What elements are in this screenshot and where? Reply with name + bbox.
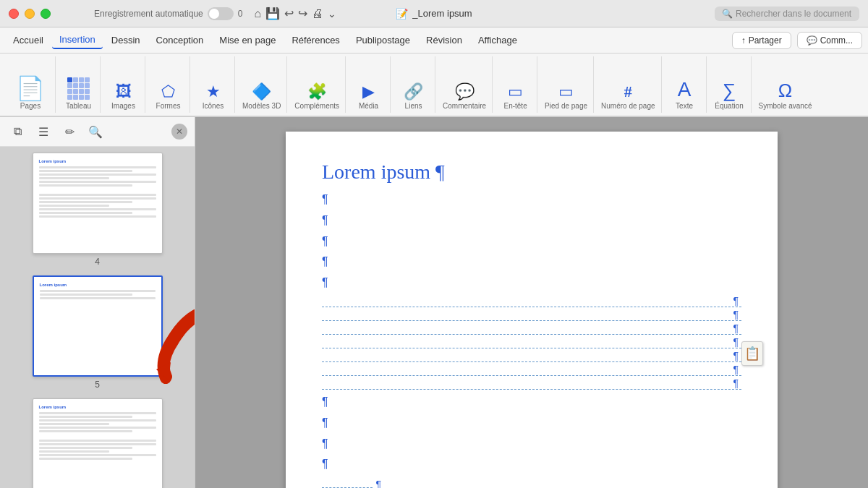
thumb-line (40, 294, 132, 296)
thumb-line (39, 450, 109, 453)
menu-dessin[interactable]: Dessin (104, 32, 148, 48)
page-thumb-6[interactable]: Lorem ipsum (33, 398, 163, 488)
list-tool-button[interactable]: ☰ (33, 121, 54, 142)
ribbon: 📄 Pages (0, 53, 868, 117)
minimize-button[interactable] (25, 9, 35, 19)
complements-button[interactable]: 🧩 (302, 82, 331, 102)
document-title: _Lorem ipsum (412, 8, 472, 19)
icones-button[interactable]: ★ (199, 82, 228, 102)
menu-affichage[interactable]: Affichage (471, 32, 524, 48)
menu-publipostage[interactable]: Publipostage (349, 32, 417, 48)
thumb-line (39, 454, 156, 456)
media-button[interactable]: ▶ (354, 82, 383, 102)
commentaire-button[interactable]: 💬 (450, 82, 479, 102)
equation-label: Équation (715, 102, 743, 111)
thumb-line (39, 215, 156, 218)
para-mark-8: ¶ (322, 434, 741, 455)
formes-button[interactable]: ⬠ (154, 82, 183, 102)
texte-icons: A (670, 58, 699, 102)
menu-insertion[interactable]: Insertion (52, 31, 103, 49)
thumb-line (39, 166, 156, 168)
numero-button[interactable]: # (613, 82, 642, 102)
comm-button[interactable]: 💬 Comm... (797, 32, 862, 49)
menu-revision[interactable]: Révision (419, 32, 469, 48)
menu-mise-en-page[interactable]: Mise en page (212, 32, 283, 48)
pied-button[interactable]: ▭ (552, 82, 581, 102)
dotted-line-6: ¶ (322, 364, 741, 376)
fullscreen-button[interactable] (41, 9, 51, 19)
thumb-line (39, 423, 109, 425)
thumb-title-6: Lorem ipsum (39, 405, 156, 409)
thumb-line (40, 297, 156, 299)
liens-icon: 🔗 (404, 84, 423, 100)
page-thumb-container-4: Lorem ipsum 4 (6, 153, 189, 267)
equation-button[interactable]: ∑ (715, 79, 744, 102)
liens-button[interactable]: 🔗 (399, 82, 428, 102)
symbole-button[interactable]: Ω (771, 79, 800, 102)
ribbon-group-numero: # Numéro de page (595, 56, 662, 113)
thumb-line (39, 170, 133, 172)
pages-icon: 📄 (16, 77, 45, 100)
menu-conception[interactable]: Conception (149, 32, 211, 48)
thumb-line (39, 212, 133, 214)
undo-icon[interactable]: ↩ (284, 7, 294, 20)
end-pilcrow: ¶ (733, 322, 739, 334)
share-button[interactable]: ↑ Partager (732, 32, 791, 49)
formes-icons: ⬠ (154, 58, 183, 102)
edit-tool-button[interactable]: ✏ (59, 121, 80, 142)
title-pilcrow: ¶ (435, 160, 445, 183)
para-mark-9: ¶ (322, 454, 741, 475)
print-icon[interactable]: 🖨 (312, 7, 323, 20)
images-icons: 🖼 (109, 58, 138, 102)
save-icon[interactable]: 💾 (265, 7, 280, 20)
modeles3d-icons: 🔷 (247, 58, 276, 102)
home-icon[interactable]: ⌂ (254, 7, 261, 20)
ribbon-group-pages: 📄 Pages (6, 56, 56, 113)
liens-label: Liens (405, 102, 422, 111)
page-thumb-4[interactable]: Lorem ipsum (33, 153, 163, 254)
thumb-line (39, 440, 156, 442)
pied-icons: ▭ (552, 58, 581, 102)
liens-icons: 🔗 (399, 58, 428, 102)
search-tool-button[interactable]: 🔍 (85, 121, 106, 142)
pied-icon: ▭ (558, 84, 574, 100)
sidebar-close-button[interactable]: ✕ (171, 124, 187, 140)
tableau-button[interactable] (63, 72, 94, 102)
page-thumb-container-5: Lorem ipsum (6, 275, 189, 390)
copy-tool-button[interactable]: ⧉ (7, 121, 27, 142)
redo-icon[interactable]: ↪ (298, 7, 307, 20)
autosave-toggle[interactable] (208, 7, 234, 20)
icones-label: Icônes (203, 102, 224, 111)
ribbon-group-liens: 🔗 Liens (392, 56, 435, 113)
menu-references[interactable]: Références (284, 32, 346, 48)
ribbon-group-texte: A Texte (663, 56, 707, 113)
search-bar[interactable]: 🔍 Rechercher dans le document (715, 7, 859, 21)
ribbon-group-entete: ▭ En-tête (494, 56, 537, 113)
comment-icon: 💬 (807, 35, 817, 46)
para-mark-3: ¶ (322, 231, 741, 252)
more-icon[interactable]: ⌄ (328, 8, 336, 20)
page-thumb-5[interactable]: Lorem ipsum (33, 275, 163, 377)
modeles3d-button[interactable]: 🔷 (247, 82, 276, 102)
page-number-5: 5 (95, 380, 100, 390)
menu-accueil[interactable]: Accueil (6, 32, 51, 48)
pages-button[interactable]: 📄 (12, 74, 49, 102)
media-icons: ▶ (354, 58, 383, 102)
commentaire-icon: 💬 (455, 84, 475, 100)
paste-icon[interactable]: 📋 (741, 341, 763, 366)
tableau-icon (67, 77, 90, 100)
para-mark-1: ¶ (322, 189, 741, 210)
short-dotted-pilcrow: ¶ (375, 479, 381, 488)
doc-page: Lorem ipsum ¶ ¶ ¶ ¶ ¶ ¶ ¶ ¶ ¶ ¶ ¶ ¶ ¶ 📋 … (286, 132, 778, 488)
close-button[interactable] (9, 9, 19, 19)
ribbon-group-symbole: Ω Symbole avancé (753, 56, 818, 113)
modeles3d-icon: 🔷 (252, 84, 271, 100)
entete-button[interactable]: ▭ (501, 82, 530, 102)
page-thumb-container-6: Lorem ipsum 6 (6, 398, 189, 488)
para-mark-5: ¶ (322, 273, 741, 294)
texte-button[interactable]: A (670, 77, 699, 102)
sidebar-pages: Lorem ipsum 4 (0, 147, 195, 488)
comm-label: Comm... (820, 35, 853, 46)
images-button[interactable]: 🖼 (109, 82, 138, 102)
ribbon-group-modeles3d: 🔷 Modèles 3D (237, 56, 287, 113)
